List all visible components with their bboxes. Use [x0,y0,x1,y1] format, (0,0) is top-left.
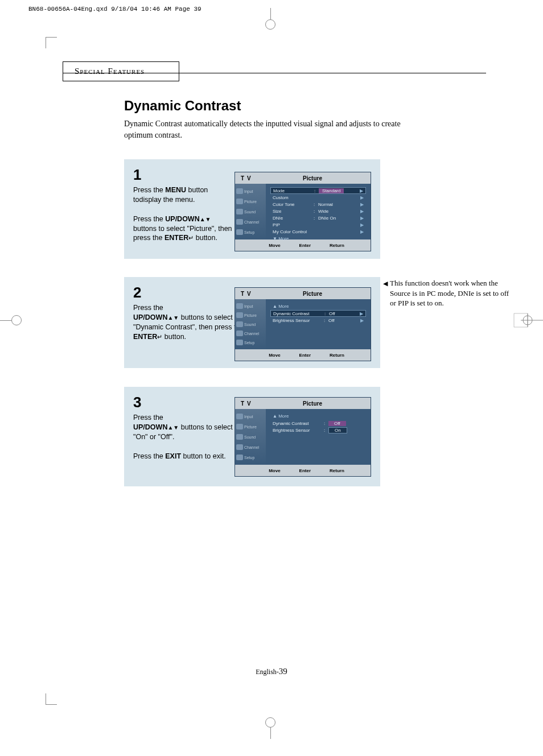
page-title: Dynamic Contrast [124,98,241,114]
page-footer: English-39 [0,667,543,676]
crop-mark-tl [46,37,57,48]
osd-sidebar: Input Picture Sound Channel Setup [235,184,266,239]
step-3: 3 Press the UP/DOWN▲▼ buttons to select … [124,387,380,486]
print-mark-top [259,8,282,31]
osd-title: Picture [266,291,371,297]
osd-title: Picture [266,175,371,181]
print-mark-left [0,309,23,332]
intro-text: Dynamic Contrast automatically detects t… [124,118,409,141]
osd-sidebar: Input Picture Sound Channel Setup [235,299,266,349]
up-down-icon: ▲▼ [200,216,211,222]
side-note: ◀ This function doesn't work when the So… [390,278,512,308]
crop-mark-bl [46,693,57,705]
osd-menu: ▲ More Dynamic Contrast:Off▶ Brightness … [266,299,371,349]
note-triangle-icon: ◀ [383,279,388,288]
osd-footer: Move Enter Return [235,465,371,476]
step-text: Press the UP/DOWN▲▼ buttons to select "D… [133,303,244,342]
step-text: Press the UP/DOWN▲▼ buttons to select "O… [133,413,233,461]
step-text: Press the MENU button todisplay the menu… [133,185,233,243]
osd-screenshot-1: T V Picture Input Picture Sound Channel … [235,172,371,251]
osd-screenshot-3: T V Picture Input Picture Sound Channel … [235,397,371,477]
step-1: 1 Press the MENU button todisplay the me… [124,159,380,259]
osd-footer: Move Enter Return [235,349,371,361]
step-2: 2 Press the UP/DOWN▲▼ buttons to select … [124,277,380,368]
enter-icon: ↵ [188,234,194,241]
prepress-header: BN68-00656A-04Eng.qxd 9/18/04 10:46 AM P… [28,6,201,13]
print-mark-bottom [259,716,282,739]
osd-menu: Mode:Standard▶ Custom▶ Color Tone:Normal… [266,184,371,239]
section-header: Special Features [63,61,179,81]
up-down-icon: ▲▼ [167,424,179,431]
osd-menu: ▲ More Dynamic Contrast:Off Brightness S… [266,409,371,465]
osd-title: Picture [266,400,371,407]
osd-tv-label: T V [235,291,266,297]
up-down-icon: ▲▼ [167,315,179,321]
osd-sidebar: Input Picture Sound Channel Setup [235,409,266,465]
print-mark-right [512,309,543,332]
osd-tv-label: T V [235,400,266,407]
osd-screenshot-2: T V Picture Input Picture Sound Channel … [235,287,371,361]
osd-tv-label: T V [235,175,266,181]
